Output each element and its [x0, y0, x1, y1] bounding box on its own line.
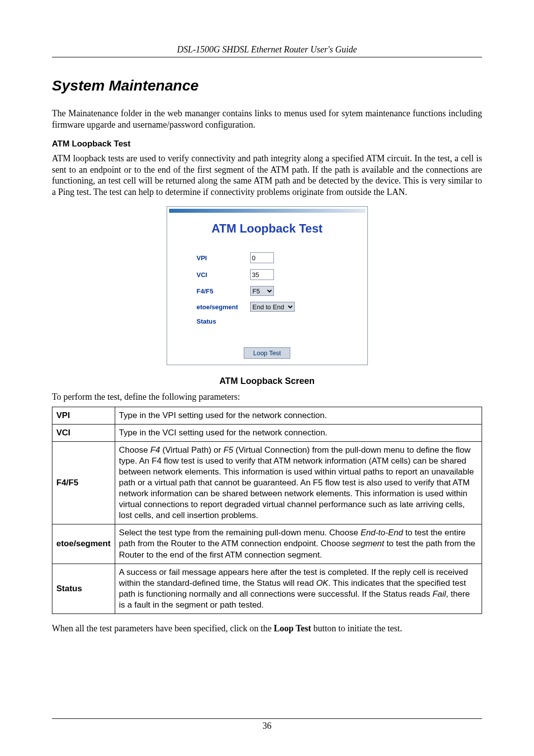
screenshot-caption: ATM Loopback Screen: [52, 376, 482, 386]
panel-title: ATM Loopback Test: [167, 222, 367, 236]
param-name: Status: [52, 564, 115, 614]
vpi-input[interactable]: [250, 252, 274, 263]
param-desc: Choose F4 (Virtual Path) or F5 (Virtual …: [115, 441, 482, 524]
atm-heading: ATM Loopback Test: [52, 139, 482, 149]
closing-post-text: button to initiate the test.: [311, 623, 402, 633]
parameters-table: VPIType in the VPI setting used for the …: [52, 407, 482, 614]
page-footer: 36: [52, 718, 482, 731]
param-desc: Select the test type from the remaining …: [115, 524, 482, 564]
vpi-label: VPI: [197, 254, 246, 262]
etoe-select[interactable]: End to End: [250, 302, 295, 312]
table-row: F4/F5Choose F4 (Virtual Path) or F5 (Vir…: [52, 441, 482, 524]
param-name: etoe/segment: [52, 524, 115, 564]
vci-input[interactable]: [250, 269, 274, 280]
closing-bold-text: Loop Test: [274, 623, 312, 633]
section-title: System Maintenance: [52, 77, 482, 94]
etoe-label: etoe/segment: [197, 303, 246, 311]
table-row: etoe/segmentSelect the test type from th…: [52, 524, 482, 564]
table-intro: To perform the test, define the followin…: [52, 391, 482, 403]
param-desc: A success or fail message appears here a…: [115, 564, 482, 614]
page-header: DSL-1500G SHDSL Ethernet Router User's G…: [52, 45, 482, 57]
intro-paragraph: The Mainatenance folder in the web manan…: [52, 108, 482, 130]
status-label: Status: [197, 318, 246, 325]
param-name: VCI: [52, 424, 115, 441]
table-row: VPIType in the VPI setting used for the …: [52, 407, 482, 424]
table-row: VCIType in the VCI setting used for the …: [52, 424, 482, 441]
table-row: StatusA success or fail message appears …: [52, 564, 482, 614]
atm-paragraph: ATM loopback tests are used to verify co…: [52, 153, 482, 197]
panel-gradient-bar: [169, 209, 365, 213]
closing-paragraph: When all the test parameters have been s…: [52, 623, 482, 634]
loop-test-button[interactable]: Loop Test: [244, 347, 290, 359]
f4f5-label: F4/F5: [197, 287, 246, 295]
closing-pre-text: When all the test parameters have been s…: [52, 623, 274, 633]
page-number: 36: [263, 721, 271, 731]
vci-label: VCI: [197, 271, 246, 279]
status-value: [250, 318, 314, 325]
atm-config-panel: ATM Loopback Test VPI VCI F4/F5 F5 etoe/…: [167, 206, 368, 365]
f4f5-select[interactable]: F5: [250, 286, 274, 296]
param-name: VPI: [52, 407, 115, 424]
param-desc: Type in the VPI setting used for the net…: [115, 407, 482, 424]
param-name: F4/F5: [52, 441, 115, 524]
param-desc: Type in the VCI setting used for the net…: [115, 424, 482, 441]
